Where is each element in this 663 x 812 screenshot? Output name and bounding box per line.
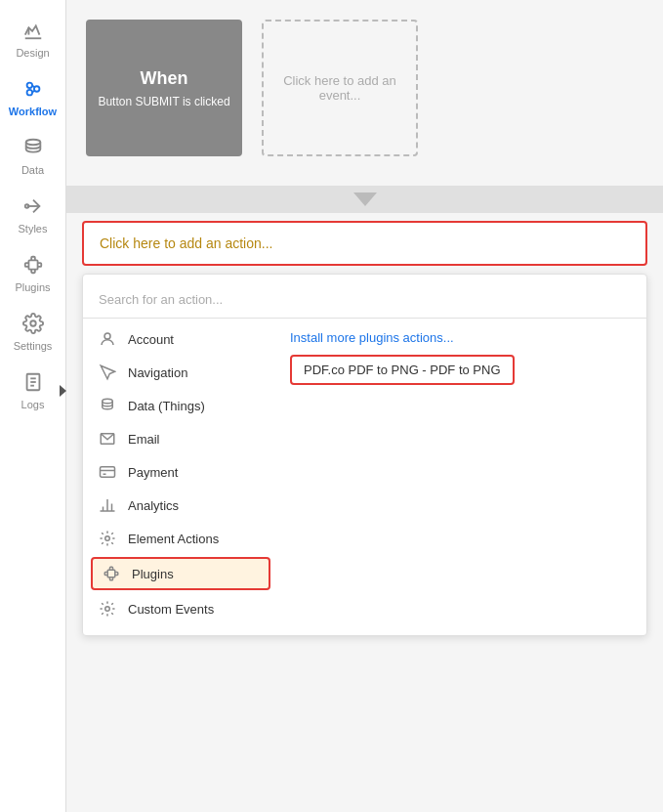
add-event-text: Click here to add an event...: [273, 73, 406, 103]
search-input[interactable]: [99, 292, 631, 307]
svg-line-6: [32, 91, 34, 93]
dropdown-left-column: Account Navigation: [83, 322, 278, 625]
when-trigger-block[interactable]: When Button SUBMIT is clicked: [86, 20, 242, 156]
menu-item-payment[interactable]: Payment: [83, 455, 278, 489]
svg-point-10: [30, 321, 36, 326]
when-title: When: [141, 68, 188, 89]
when-desc: Button SUBMIT is clicked: [98, 95, 229, 108]
menu-item-analytics[interactable]: Analytics: [83, 489, 278, 522]
plugins-menu-icon: [103, 565, 120, 582]
settings-icon: [22, 313, 44, 336]
svg-point-4: [33, 86, 38, 92]
svg-point-27: [105, 607, 110, 612]
sidebar: Design Workflow Data: [0, 0, 66, 812]
logs-icon: [22, 371, 44, 395]
sidebar-item-styles[interactable]: Styles: [0, 186, 65, 244]
add-action-bar[interactable]: Click here to add an action...: [82, 221, 647, 266]
analytics-icon: [99, 496, 116, 514]
dropdown-right-column: Install more plugins actions... PDF.co P…: [278, 322, 646, 625]
svg-point-16: [103, 399, 113, 404]
menu-item-data-things[interactable]: Data (Things): [83, 389, 278, 422]
menu-item-element-actions[interactable]: Element Actions: [83, 522, 278, 555]
element-actions-icon: [99, 530, 116, 547]
sidebar-expand-arrow: [60, 385, 66, 397]
dropdown-columns: Account Navigation: [83, 322, 646, 625]
action-dropdown-panel: Account Navigation: [82, 274, 647, 636]
email-icon: [99, 430, 116, 448]
sidebar-item-label: Workflow: [9, 106, 57, 117]
main-content: When Button SUBMIT is clicked Click here…: [66, 0, 663, 812]
menu-item-label: Element Actions: [128, 532, 219, 546]
account-icon: [99, 330, 116, 348]
sidebar-item-label: Plugins: [15, 281, 50, 293]
divider-arrow-icon: [353, 192, 377, 206]
menu-item-label: Account: [128, 332, 174, 347]
sidebar-item-label: Styles: [19, 223, 48, 235]
add-event-block[interactable]: Click here to add an event...: [262, 20, 418, 156]
menu-item-label: Custom Events: [128, 602, 214, 617]
menu-item-label: Email: [128, 432, 160, 447]
menu-item-label: Navigation: [128, 365, 187, 380]
plugins-icon: [22, 254, 44, 278]
sidebar-item-plugins[interactable]: Plugins: [0, 244, 65, 303]
menu-item-label: Data (Things): [128, 399, 205, 413]
sidebar-item-workflow[interactable]: Workflow: [0, 68, 65, 127]
pdf-badge[interactable]: PDF.co PDF to PNG - PDF to PNG: [290, 355, 515, 385]
svg-point-3: [26, 90, 31, 96]
svg-line-5: [32, 85, 34, 87]
svg-point-15: [104, 333, 110, 339]
install-plugins-link[interactable]: Install more plugins actions...: [290, 330, 635, 345]
svg-rect-9: [28, 260, 37, 269]
sidebar-item-label: Settings: [14, 340, 53, 352]
sidebar-item-label: Design: [16, 47, 49, 59]
menu-item-email[interactable]: Email: [83, 422, 278, 455]
sidebar-item-logs[interactable]: Logs: [0, 362, 65, 420]
menu-item-custom-events[interactable]: Custom Events: [83, 592, 278, 625]
data-things-icon: [99, 397, 116, 414]
navigation-icon: [99, 363, 116, 381]
add-action-text: Click here to add an action...: [100, 235, 272, 251]
menu-item-label: Payment: [128, 465, 178, 480]
design-icon: [22, 20, 44, 43]
sidebar-item-label: Logs: [21, 399, 45, 410]
menu-item-label: Analytics: [128, 498, 179, 513]
svg-rect-26: [107, 570, 115, 577]
menu-item-plugins[interactable]: Plugins: [91, 557, 270, 590]
payment-icon: [99, 463, 116, 481]
sidebar-item-label: Data: [21, 164, 44, 176]
svg-point-25: [105, 536, 110, 541]
menu-item-label: Plugins: [132, 567, 174, 581]
workflow-icon: [22, 78, 44, 102]
sidebar-item-settings[interactable]: Settings: [0, 303, 65, 362]
workflow-area: When Button SUBMIT is clicked Click here…: [66, 0, 663, 176]
sidebar-item-design[interactable]: Design: [0, 10, 65, 68]
menu-item-account[interactable]: Account: [83, 322, 278, 356]
svg-rect-18: [101, 467, 115, 478]
menu-item-navigation[interactable]: Navigation: [83, 356, 278, 389]
workflow-divider: [66, 186, 663, 213]
custom-events-icon: [99, 600, 116, 618]
svg-point-7: [25, 140, 40, 146]
svg-point-8: [24, 204, 28, 208]
dropdown-divider: [83, 318, 646, 319]
data-icon: [22, 137, 44, 160]
sidebar-item-data[interactable]: Data: [0, 127, 65, 186]
svg-point-2: [26, 83, 31, 89]
styles-icon: [22, 195, 44, 219]
search-row: [83, 284, 646, 318]
